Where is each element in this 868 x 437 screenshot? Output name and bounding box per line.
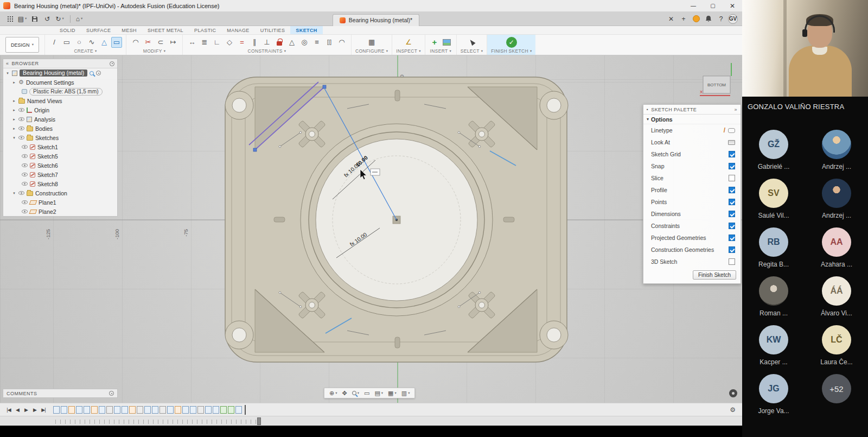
presenter-video[interactable]: [742, 0, 868, 97]
construction-geometries-checkbox[interactable]: [729, 246, 735, 253]
participant-tile[interactable]: SV Saulé Vil...: [742, 179, 805, 227]
cone-tool-icon[interactable]: △: [99, 37, 110, 48]
timeline-feature[interactable]: [91, 406, 98, 414]
offset-tool-icon[interactable]: ⊂: [155, 37, 166, 48]
finish-sketch-button[interactable]: Finish Sketch: [693, 270, 736, 280]
fillet-tool-icon[interactable]: ◠: [130, 37, 141, 48]
modify-menu[interactable]: MODIFY▾: [143, 48, 165, 54]
timeline-feature[interactable]: [68, 406, 75, 414]
visibility-eye-icon[interactable]: [22, 145, 28, 149]
timeline-begin-icon[interactable]: |◀: [4, 407, 13, 413]
visibility-eye-icon[interactable]: [22, 200, 28, 204]
timeline-feature[interactable]: [159, 406, 166, 414]
timeline-feature[interactable]: [175, 406, 181, 414]
notifications-bell-icon[interactable]: [703, 14, 714, 24]
file-menu-icon[interactable]: ▤▾: [17, 14, 28, 24]
canvas-corner-button[interactable]: [729, 389, 737, 397]
equal-constraint-icon[interactable]: =: [237, 37, 247, 48]
timeline-feature[interactable]: [205, 406, 212, 414]
slice-checkbox[interactable]: [729, 175, 735, 181]
tab-sketch[interactable]: SKETCH: [290, 26, 322, 34]
close-button[interactable]: ✕: [723, 0, 742, 11]
browser-item-sketch1[interactable]: Sketch1: [3, 142, 117, 151]
timeline-feature[interactable]: [114, 406, 120, 414]
collapse-icon[interactable]: ▾: [12, 136, 16, 140]
expand-icon[interactable]: ▸: [12, 126, 16, 131]
browser-item-sketch5[interactable]: Sketch5: [3, 151, 117, 161]
tab-manage[interactable]: MANAGE: [221, 26, 254, 34]
undo-icon[interactable]: ↺: [42, 14, 53, 24]
viewports-icon[interactable]: ▥▾: [401, 390, 410, 397]
timeline-end-icon[interactable]: ▶|: [39, 407, 48, 413]
browser-item-document-settings[interactable]: ▸ ⚙ Document Settings: [3, 78, 117, 87]
timeline-feature[interactable]: [228, 406, 234, 414]
participant-overflow-tile[interactable]: +52: [805, 374, 868, 423]
workspace-selector[interactable]: DESIGN▾: [5, 37, 39, 53]
display-settings-icon[interactable]: ▤▾: [374, 390, 383, 397]
timeline-position-marker[interactable]: [245, 405, 246, 415]
participant-tile[interactable]: ÁÁ Álvaro Vi...: [805, 276, 868, 325]
visibility-eye-icon[interactable]: [22, 154, 28, 158]
browser-item-sketches[interactable]: ▾ Sketches: [3, 133, 117, 142]
browser-item-analysis[interactable]: ▸ Analysis: [3, 115, 117, 124]
slot[interactable]: [395, 337, 400, 348]
browser-item-bodies[interactable]: ▸ Bodies: [3, 124, 117, 133]
participant-tile[interactable]: KW Kacper ...: [742, 325, 805, 374]
tab-surface[interactable]: SURFACE: [81, 26, 116, 34]
timeline-feature[interactable]: [129, 406, 136, 414]
visibility-eye-icon[interactable]: [18, 136, 24, 140]
spline-tool-icon[interactable]: ∿: [86, 37, 97, 48]
timeline-feature[interactable]: [182, 406, 189, 414]
linetype-normal-icon[interactable]: /: [724, 126, 725, 134]
timeline-feature[interactable]: [99, 406, 105, 414]
3d-sketch-checkbox[interactable]: [729, 258, 735, 265]
insert-menu[interactable]: INSERT▾: [430, 48, 451, 54]
visibility-eye-icon[interactable]: [22, 210, 28, 213]
rectangle-tool-icon[interactable]: ▭: [61, 37, 72, 48]
bolt-hole[interactable]: [232, 328, 246, 342]
expand-icon[interactable]: ▸: [12, 108, 16, 112]
insert-image-icon[interactable]: [442, 37, 452, 48]
timeline-feature[interactable]: [220, 406, 227, 414]
selection-handle[interactable]: [253, 148, 257, 151]
timeline-step-forward-icon[interactable]: ▶: [30, 407, 39, 413]
configure-menu[interactable]: CONFIGURE▾: [355, 48, 388, 54]
timeline-feature[interactable]: [122, 406, 128, 414]
minimize-button[interactable]: —: [684, 0, 703, 11]
measure-icon[interactable]: ∠: [403, 37, 414, 48]
slot[interactable]: [274, 217, 285, 222]
help-icon[interactable]: ?: [716, 14, 726, 24]
participant-tile[interactable]: Roman ...: [742, 276, 805, 325]
tab-utilities[interactable]: UTILITIES: [255, 26, 291, 34]
midpoint-constraint-icon[interactable]: △: [286, 37, 297, 48]
browser-item-sketch7[interactable]: Sketch7: [3, 170, 117, 179]
tab-solid[interactable]: SOLID: [54, 26, 81, 34]
browser-options-icon[interactable]: [110, 61, 114, 66]
browser-item-plane2[interactable]: Plane2: [3, 207, 117, 216]
perpendicular-constraint-icon[interactable]: ⊥: [261, 37, 272, 48]
select-cursor-icon[interactable]: [467, 37, 477, 48]
model-canvas[interactable]: -125 -100 -75 -50 -25 50 25: [0, 55, 742, 403]
view-cube[interactable]: BOTTOM X: [699, 62, 738, 100]
browser-item-plane1[interactable]: Plane1: [3, 198, 117, 207]
timeline-settings-gear-icon[interactable]: ⚙: [730, 406, 736, 414]
browser-root-item[interactable]: ▾ Bearing Housing (metal): [3, 68, 117, 78]
tab-plastic[interactable]: PLASTIC: [189, 26, 221, 34]
select-menu[interactable]: SELECT▾: [461, 48, 483, 54]
participant-tile[interactable]: Andrzej ...: [805, 179, 868, 227]
expand-icon[interactable]: ▾: [5, 71, 10, 75]
symmetry-constraint-icon[interactable]: [|]: [324, 37, 335, 48]
comments-panel[interactable]: COMMENTS: [3, 389, 118, 398]
perpendicular-corner-icon[interactable]: ∟: [212, 37, 222, 48]
bolt-hole[interactable]: [547, 98, 561, 112]
timeline-feature[interactable]: [53, 406, 60, 414]
browser-item-sketch8[interactable]: Sketch8: [3, 179, 117, 188]
timeline-feature[interactable]: [197, 406, 204, 414]
close-tab-icon[interactable]: ✕: [666, 14, 676, 24]
dimensions-checkbox[interactable]: [729, 211, 735, 217]
visibility-eye-icon[interactable]: [22, 163, 28, 167]
timeline-feature[interactable]: [235, 406, 242, 414]
constraints-checkbox[interactable]: [729, 223, 735, 229]
polyg-icon[interactable]: ◇: [224, 37, 235, 48]
browser-item-plastic-rule[interactable]: Plastic Rule: ABS (1,5 mm): [3, 87, 117, 96]
